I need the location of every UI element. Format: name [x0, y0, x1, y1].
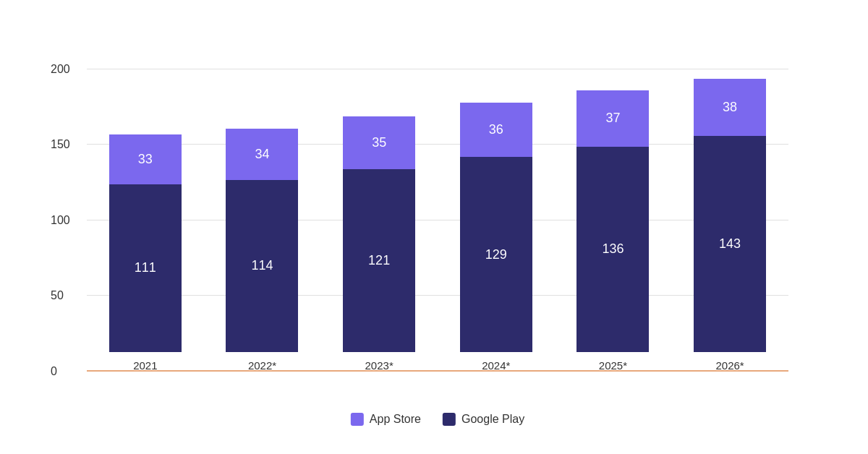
- chart-legend: App Store Google Play: [351, 413, 524, 426]
- bar-stack: 13637: [576, 90, 649, 352]
- bar-group: 136372025*: [576, 90, 649, 372]
- legend-label-app-store: App Store: [370, 413, 421, 426]
- x-axis-line: [87, 370, 788, 372]
- bar-group: 121352023*: [343, 116, 415, 372]
- bars-area: 111332021114342022*121352023*129362024*1…: [87, 39, 788, 372]
- y-axis-label: 150: [51, 138, 70, 151]
- legend-item-app-store: App Store: [351, 413, 421, 426]
- legend-color-app-store: [351, 413, 364, 426]
- y-axis-label: 200: [51, 63, 70, 76]
- bar-stack: 12135: [343, 116, 415, 352]
- legend-label-google-play: Google Play: [461, 413, 524, 426]
- bar-segment-google-play: 143: [694, 136, 766, 352]
- bar-group: 114342022*: [226, 129, 298, 372]
- bar-stack: 11133: [109, 134, 182, 352]
- bar-group: 129362024*: [460, 103, 532, 372]
- y-axis-label: 0: [51, 365, 57, 378]
- bar-group: 143382026*: [694, 79, 766, 372]
- chart-container: 050100150200 111332021114342022*12135202…: [36, 17, 832, 437]
- legend-color-google-play: [443, 413, 456, 426]
- bar-segment-app-store: 37: [576, 90, 649, 146]
- bar-stack: 11434: [226, 129, 298, 352]
- bar-segment-google-play: 111: [109, 184, 182, 352]
- bar-segment-app-store: 36: [460, 103, 532, 157]
- chart-area: 050100150200 111332021114342022*12135202…: [87, 39, 788, 372]
- bar-segment-app-store: 35: [343, 116, 415, 169]
- bar-stack: 12936: [460, 103, 532, 352]
- bar-segment-app-store: 33: [109, 134, 182, 184]
- bar-segment-google-play: 114: [226, 180, 298, 352]
- y-axis-label: 100: [51, 214, 70, 227]
- bar-segment-app-store: 38: [694, 79, 766, 136]
- y-axis-label: 50: [51, 289, 64, 302]
- bar-segment-google-play: 129: [460, 157, 532, 352]
- bar-stack: 14338: [694, 79, 766, 352]
- bar-group: 111332021: [109, 134, 182, 372]
- bar-segment-google-play: 136: [576, 147, 649, 352]
- legend-item-google-play: Google Play: [443, 413, 524, 426]
- bar-segment-google-play: 121: [343, 169, 415, 352]
- bar-segment-app-store: 34: [226, 129, 298, 180]
